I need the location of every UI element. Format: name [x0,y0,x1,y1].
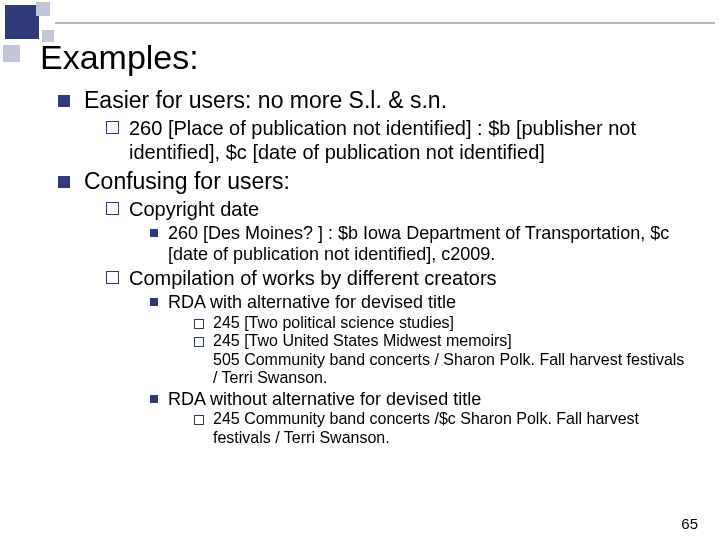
page-number: 65 [681,515,698,532]
bullet-text: RDA without alternative for devised titl… [168,389,481,410]
bullet-level-4: 245 [Two political science studies] [194,314,690,332]
bullet-text: Compilation of works by different creato… [129,266,497,290]
bullet-level-3: 260 [Des Moines? ] : $b Iowa Department … [150,223,690,264]
bullet-level-4: 245 Community band concerts /$c Sharon P… [194,410,690,447]
bullet-text: 245 Community band concerts /$c Sharon P… [213,410,690,447]
bullet-icon [150,298,158,306]
bullet-text: 505 Community band concerts / Sharon Pol… [213,351,690,388]
bullet-text: Confusing for users: [84,168,290,195]
bullet-level-4: 505 Community band concerts / Sharon Pol… [194,351,690,388]
bullet-icon [58,176,70,188]
bullet-text: RDA with alternative for devised title [168,292,456,313]
slide-content: Examples: Easier for users: no more S.l.… [0,0,720,447]
bullet-icon [150,229,158,237]
bullet-level-4: 245 [Two United States Midwest memoirs] [194,332,690,350]
bullet-level-3: RDA with alternative for devised title [150,292,690,313]
bullet-text: Easier for users: no more S.l. & s.n. [84,87,447,114]
bullet-icon [106,202,119,215]
bullet-text: 245 [Two political science studies] [213,314,454,332]
bullet-icon [106,121,119,134]
bullet-icon [194,415,204,425]
bullet-level-2: Compilation of works by different creato… [106,266,690,290]
slide-title: Examples: [40,38,690,77]
bullet-icon [106,271,119,284]
bullet-text: 260 [Des Moines? ] : $b Iowa Department … [168,223,690,264]
bullet-level-1: Confusing for users: [58,168,690,195]
bullet-icon [150,395,158,403]
bullet-level-2: 260 [Place of publication not identified… [106,116,690,164]
bullet-level-2: Copyright date [106,197,690,221]
bullet-level-1: Easier for users: no more S.l. & s.n. [58,87,690,114]
bullet-level-3: RDA without alternative for devised titl… [150,389,690,410]
bullet-text: 260 [Place of publication not identified… [129,116,690,164]
bullet-text: Copyright date [129,197,259,221]
bullet-icon [194,319,204,329]
bullet-text: 245 [Two United States Midwest memoirs] [213,332,512,350]
bullet-icon [58,95,70,107]
bullet-list: Easier for users: no more S.l. & s.n.260… [40,87,690,447]
bullet-icon [194,337,204,347]
